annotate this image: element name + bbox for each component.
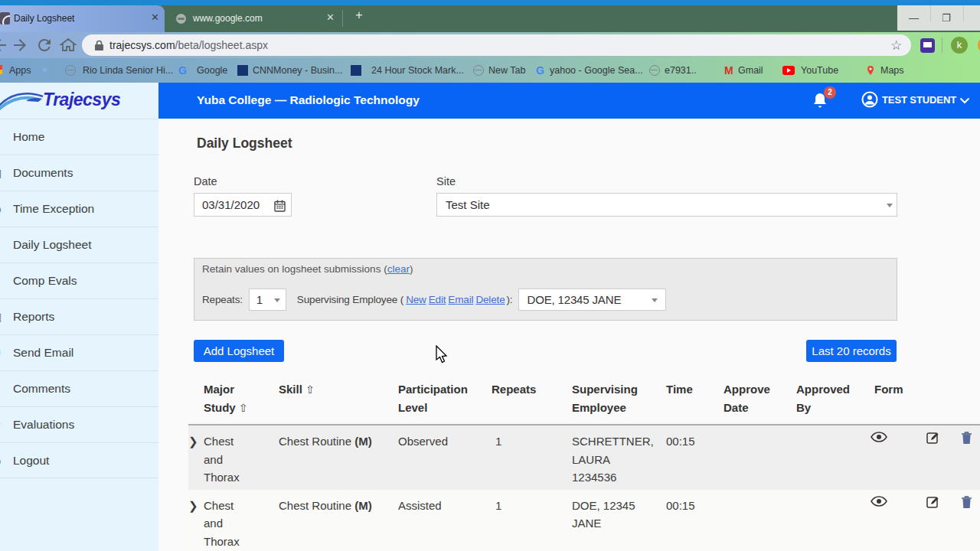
sidebar-item-daily-logsheet[interactable]: ✎Daily Logsheet	[0, 227, 158, 262]
sidebar-item-logout[interactable]: ◉Logout	[0, 442, 158, 478]
view-eye-icon[interactable]	[871, 431, 887, 443]
col-expand	[188, 378, 204, 425]
bookmark-youtube[interactable]: YouTube	[801, 58, 838, 83]
trash-icon[interactable]	[961, 431, 972, 445]
col-approve-date: Approve Date	[724, 378, 796, 425]
bookmark-24hr-stock[interactable]: 24 Hour Stock Mark...	[371, 58, 464, 83]
tab-title: Daily Logsheet	[14, 13, 74, 24]
expand-chevron-icon[interactable]: ❯	[188, 425, 204, 490]
add-logsheet-button[interactable]: Add Logsheet	[194, 340, 284, 362]
edit-link[interactable]: Edit	[429, 294, 446, 305]
bookmark-cnnmoney[interactable]: CNNMoney - Busin...	[253, 58, 342, 83]
site-select[interactable]: Test Site	[436, 193, 897, 217]
view-eye-icon[interactable]	[871, 495, 887, 507]
cell-participation: Assisted	[398, 490, 492, 551]
win-divider	[963, 5, 964, 21]
cell-participation: Observed	[398, 425, 492, 490]
col-approved-by: Approved By	[796, 378, 874, 425]
supervising-label-close: ):	[507, 294, 513, 305]
col-form: Form	[874, 378, 911, 425]
bookmark-apps[interactable]: Apps	[9, 58, 31, 83]
apps-grid-icon[interactable]	[0, 65, 2, 74]
tab-close-icon[interactable]: ✕	[151, 11, 159, 23]
date-input[interactable]: 03/31/2020	[194, 193, 292, 217]
clear-link[interactable]: clear	[387, 263, 410, 275]
supervising-select[interactable]: DOE, 12345 JANE	[518, 289, 666, 311]
cell-form	[874, 425, 911, 490]
reload-icon[interactable]	[35, 36, 54, 54]
col-skill[interactable]: Skill ⇧	[279, 378, 398, 425]
bookmark-google[interactable]: Google	[197, 58, 227, 83]
cell-skill: Chest Routine (M)	[279, 490, 398, 551]
bookmark-rio-linda[interactable]: Rio Linda Senior Hi...	[83, 58, 173, 83]
edit-icon[interactable]	[926, 495, 941, 510]
sparkle-icon[interactable]: ✦	[41, 58, 49, 83]
sidebar-item-evaluations[interactable]: ★Evaluations	[0, 406, 158, 442]
trajecsys-logo[interactable]: Trajecsys	[0, 83, 158, 119]
select-arrow-icon	[274, 298, 280, 302]
select-arrow-icon	[887, 204, 893, 207]
back-icon[interactable]	[0, 36, 9, 54]
cell-form	[874, 490, 911, 551]
user-name[interactable]: TEST STUDENT	[882, 94, 956, 106]
globe-icon	[473, 65, 484, 76]
sidebar-item-comp-evals[interactable]: ✓Comp Evals	[0, 262, 158, 298]
trash-icon[interactable]	[961, 495, 972, 509]
new-link[interactable]: New	[406, 294, 426, 305]
lock-icon	[94, 40, 104, 51]
sidebar-item-comments[interactable]: ●Comments	[0, 370, 158, 406]
check-icon: ✓	[0, 263, 1, 298]
sidebar-item-home[interactable]: ⌂Home	[0, 119, 158, 155]
col-participation: Participation Level	[398, 378, 492, 425]
forward-icon[interactable]	[11, 36, 29, 54]
google-g-icon: G	[178, 58, 187, 83]
url-text: trajecsys.com/beta/logsheet.aspx	[109, 39, 268, 51]
col-major-study[interactable]: Major Study ⇧	[204, 378, 279, 425]
app-header: Yuba College — Radiologic Technology 2 T…	[158, 83, 980, 119]
url-domain: trajecsys.com	[109, 39, 175, 51]
star-icon: ★	[0, 407, 2, 442]
bookmark-yahoo[interactable]: yahoo - Google Sea...	[550, 58, 643, 83]
bookmark-star-icon[interactable]: ☆	[890, 37, 902, 54]
sidebar-item-reports[interactable]: ▥Reports	[0, 298, 158, 334]
tab-daily-logsheet[interactable]: Daily Logsheet ✕	[0, 5, 165, 32]
date-value: 03/31/2020	[202, 198, 260, 211]
mouse-cursor	[435, 345, 449, 365]
bookmark-maps[interactable]: Maps	[880, 58, 904, 83]
site-value: Test Site	[446, 198, 490, 211]
new-tab-button[interactable]: +	[351, 8, 367, 23]
bookmark-gmail[interactable]: Gmail	[738, 58, 763, 83]
cell-skill: Chest Routine (M)	[279, 425, 398, 490]
tab2-close-icon[interactable]: ✕	[326, 11, 335, 23]
calendar-icon[interactable]	[274, 200, 286, 212]
last-20-records-button[interactable]: Last 20 records	[806, 340, 897, 362]
restore-button[interactable]: ❐	[942, 5, 951, 31]
logout-icon: ◉	[0, 443, 1, 478]
minimize-button[interactable]: —	[909, 5, 919, 31]
tab-google[interactable]: www.google.com ✕	[167, 5, 342, 32]
cell-supervising: DOE, 12345 JANE	[572, 490, 666, 551]
bookmark-new-tab[interactable]: New Tab	[488, 58, 525, 83]
page-title: Daily Logsheet	[197, 135, 292, 152]
delete-link[interactable]: Delete	[475, 294, 505, 305]
sidebar-item-send-email[interactable]: ✉Send Email	[0, 334, 158, 370]
edit-icon[interactable]	[926, 431, 941, 445]
maps-pin-icon	[865, 65, 876, 76]
sidebar-item-time-exception[interactable]: ◷Time Exception	[0, 191, 158, 227]
mail-extension-icon[interactable]	[920, 38, 935, 53]
sidebar-nav: ⌂Home ▤Documents ◷Time Exception ✎Daily …	[0, 119, 158, 478]
address-bar[interactable]: trajecsys.com/beta/logsheet.aspx ☆	[82, 34, 911, 56]
cell-approved-by	[796, 490, 874, 551]
email-link[interactable]: Email	[448, 294, 473, 305]
bookmark-e7931[interactable]: e7931..	[665, 58, 697, 83]
toolbar-divider	[942, 37, 942, 53]
home-icon[interactable]	[59, 36, 77, 54]
repeats-select[interactable]: 1	[249, 289, 286, 311]
clock-icon: ◷	[0, 191, 1, 227]
expand-chevron-icon[interactable]: ❯	[188, 490, 204, 551]
repeats-label: Repeats:	[202, 294, 243, 305]
profile-avatar[interactable]: k	[951, 37, 968, 54]
sidebar-item-documents[interactable]: ▤Documents	[0, 155, 158, 191]
cell-approve-date	[724, 490, 796, 551]
col-repeats: Repeats	[492, 378, 572, 425]
